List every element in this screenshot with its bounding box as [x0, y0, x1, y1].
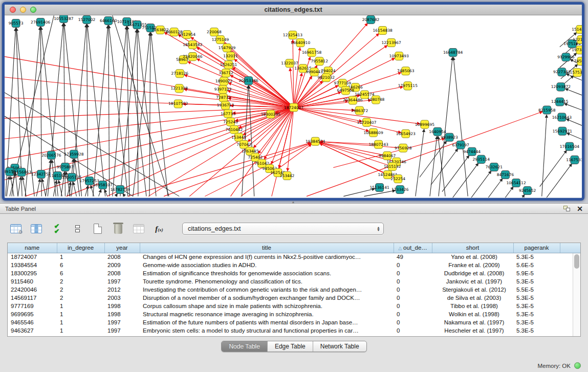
function-builder-icon[interactable]: f(x) [153, 222, 166, 235]
graph-node[interactable]: 6379197 [452, 141, 469, 149]
table-row[interactable]: 1872400712008Changes of HCN gene express… [8, 253, 581, 261]
table-mode-icon[interactable]: ⚙ [9, 222, 23, 235]
table-row[interactable]: 969969511998Structural magnetic resonanc… [8, 310, 581, 318]
table-row[interactable]: 1456911722003Disruption of a novel membe… [8, 294, 581, 302]
close-window-icon[interactable] [10, 7, 16, 13]
table-row[interactable]: 1830029562008Estimation of significance … [8, 269, 581, 277]
show-columns-icon[interactable] [30, 222, 43, 235]
table-row[interactable]: 977716911998Corpus callosum shape and si… [8, 302, 581, 310]
tab-node-table[interactable]: Node Table [222, 341, 268, 352]
float-panel-icon[interactable] [563, 206, 571, 212]
graph-node[interactable]: 9975887 [57, 163, 74, 171]
graph-node[interactable]: 2087682 [362, 15, 380, 24]
graph-node[interactable]: 167733 [221, 110, 235, 118]
graph-node-label: 10899695 [415, 122, 434, 127]
minimize-window-icon[interactable] [20, 7, 26, 13]
graph-node[interactable]: 12342757 [31, 170, 51, 178]
create-column-icon[interactable] [91, 222, 104, 235]
graph-node[interactable]: 10654112 [506, 179, 526, 187]
graph-node[interactable]: 18107552 [168, 100, 188, 108]
graph-node[interactable]: 1547939 [219, 44, 236, 52]
graph-node[interactable]: 1167533 [566, 156, 582, 164]
graph-node[interactable]: 10899695 [415, 120, 434, 128]
graph-node[interactable]: 16640910 [291, 39, 310, 47]
graph-node[interactable]: 1733426 [391, 186, 409, 194]
graph-node-label: 7610442 [226, 127, 243, 132]
graph-node[interactable]: 2718126 [171, 70, 188, 78]
zoom-window-icon[interactable] [30, 7, 36, 13]
graph-node[interactable]: 1275149 [212, 36, 229, 44]
graph-node[interactable]: 1890022 [215, 77, 233, 85]
graph-node-label: 336712 [219, 71, 233, 75]
graph-node[interactable]: 220068 [207, 28, 222, 36]
table-row[interactable]: 911546021997Tourette syndrome. Phenomeno… [8, 277, 581, 286]
graph-node[interactable]: 10688609 [363, 128, 383, 137]
graph-node[interactable]: 17359928 [64, 150, 83, 158]
graph-node[interactable]: 1244415 [551, 98, 569, 106]
table-row[interactable]: 946554611997Estimation of the future num… [8, 318, 581, 326]
graph-node[interactable]: 745063 [574, 57, 582, 65]
graph-node[interactable]: 17016504 [560, 142, 579, 150]
graph-node[interactable]: 9245652 [519, 187, 536, 195]
graph-node[interactable]: 8471676 [497, 170, 514, 179]
graph-node[interactable]: 10553287 [54, 15, 73, 23]
column-header-indegree[interactable]: in_degree [57, 243, 104, 253]
graph-node[interactable]: 7986372 [351, 106, 368, 115]
network-canvas[interactable]: 9055732769140610553287152700264661601071… [5, 15, 582, 198]
graph-node[interactable]: 1221338 [170, 84, 188, 93]
graph-node[interactable]: 132011 [223, 52, 238, 60]
column-header-short[interactable]: short [432, 243, 513, 253]
graph-node[interactable]: 9938923 [441, 133, 458, 141]
column-header-pagerank[interactable]: pagerank [513, 243, 560, 253]
graph-node[interactable]: 16961758 [302, 49, 321, 57]
graph-node[interactable]: 9474444 [463, 147, 481, 156]
graph-node[interactable]: 10973493 [389, 52, 409, 60]
graph-node[interactable]: 7632621 [486, 163, 503, 171]
graph-node-label: 10553287 [54, 16, 73, 21]
table-row[interactable]: 1938455462009Genome-wide association stu… [8, 261, 581, 269]
column-header-year[interactable]: year [104, 243, 140, 253]
network-window-titlebar[interactable]: citations_edges.txt [5, 5, 582, 15]
graph-node[interactable]: 1936713 [217, 101, 234, 110]
graph-node[interactable]: 2935114 [473, 155, 490, 163]
graph-node[interactable]: 16154838 [373, 26, 392, 34]
graph-node[interactable]: 16654923 [396, 129, 416, 138]
graph-node[interactable]: 6466160 [100, 16, 117, 25]
graph-node-label: 16210643 [552, 115, 572, 120]
table-scrollbar[interactable] [573, 253, 580, 337]
graph-node[interactable]: 15136141 [369, 184, 389, 192]
table-row[interactable]: 2242004622012Investigating the contribut… [8, 286, 581, 294]
delete-column-icon[interactable] [112, 222, 125, 235]
graph-node[interactable]: 1514808 [572, 25, 582, 33]
selection-checks-icon[interactable]: ✔✔ [50, 222, 63, 235]
graph-node[interactable]: 9821032 [317, 74, 335, 82]
column-header-name[interactable]: name [8, 243, 57, 253]
column-header-title[interactable]: title [140, 243, 394, 253]
graph-node[interactable]: 9227343 [553, 68, 571, 76]
graph-node[interactable]: 905573 [9, 19, 24, 27]
graph-node[interactable]: 17975115 [398, 82, 418, 90]
graph-node[interactable]: 8215958 [538, 106, 556, 114]
graph-node[interactable]: 1527002 [78, 15, 96, 24]
graph-node[interactable]: 12325413 [283, 31, 302, 39]
graph-node[interactable]: 1626251 [220, 61, 237, 69]
graph-node[interactable]: 12213967 [382, 39, 401, 47]
close-panel-icon[interactable]: ✕ [577, 205, 583, 212]
graph-node[interactable]: 18807243 [368, 140, 388, 148]
graph-node[interactable]: 9397133 [214, 85, 232, 94]
graph-node[interactable]: 7955812 [311, 57, 328, 65]
table-row[interactable]: 946362711997Embryonic stem cells: a mode… [8, 326, 581, 335]
scrollbar-thumb[interactable] [574, 254, 579, 269]
network-view-window[interactable]: citations_edges.txt 90557327691406105532… [2, 2, 584, 201]
table-select-dropdown[interactable]: citations_edges.txt ▲▼ [182, 223, 384, 235]
graph-node[interactable]: 7485063 [397, 67, 415, 75]
graph-node[interactable]: 16648784 [443, 49, 463, 57]
graph-edge [149, 32, 150, 196]
tab-edge-table[interactable]: Edge Table [268, 341, 313, 352]
graph-node[interactable]: 7610442 [226, 125, 243, 134]
tab-network-table[interactable]: Network Table [313, 341, 366, 352]
graph-node[interactable]: 15720407 [357, 118, 376, 126]
column-header-outde[interactable]: △out_de… [394, 243, 432, 253]
graph-node[interactable]: 27691406 [31, 18, 50, 26]
row-height-icon[interactable] [71, 222, 84, 235]
